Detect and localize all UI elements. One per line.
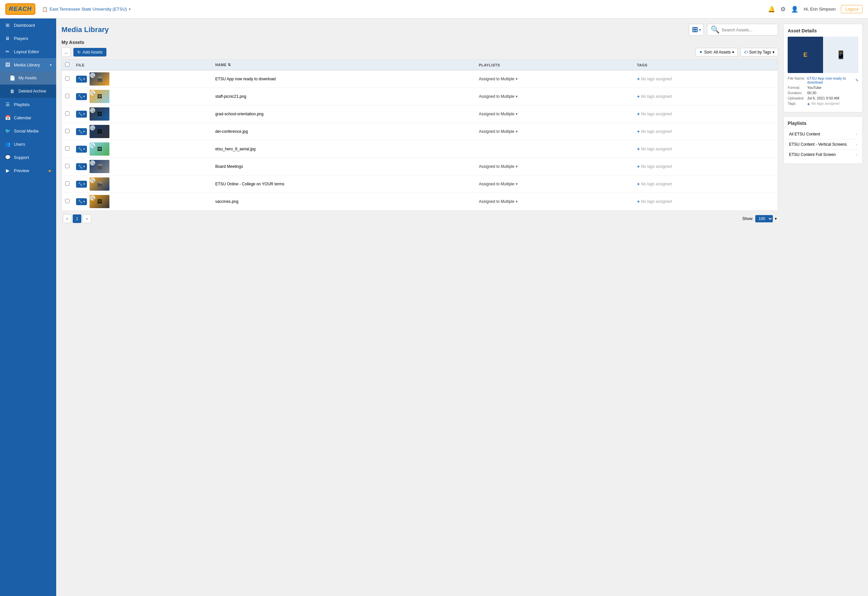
playlist-item-all-etsu[interactable]: All ETSU Content ›: [788, 129, 858, 139]
playlist-label-vertical: ETSU Content - Vertical Screens: [789, 142, 847, 147]
prev-page-button[interactable]: ‹: [63, 214, 71, 223]
add-tag-btn-7[interactable]: +: [637, 199, 640, 204]
asset-action-button-0[interactable]: 🔧 ▾: [76, 76, 87, 83]
add-tag-btn-4[interactable]: +: [637, 146, 640, 152]
row-checkbox-0[interactable]: [65, 76, 69, 81]
playlist-item-fullscreen[interactable]: ETSU Content Full Screen ›: [788, 150, 858, 159]
sidebar-item-users[interactable]: 👥 Users: [0, 137, 56, 150]
filter-label: Sort: All Assets: [704, 50, 730, 55]
playlist-dropdown-icon-7[interactable]: ▾: [516, 199, 518, 204]
add-tag-btn-6[interactable]: +: [637, 181, 640, 187]
playlist-dropdown-icon-2[interactable]: ▾: [516, 112, 518, 116]
table-row: 🔧 ▾ 🎬 🔍 ETSU App now ready to download A…: [62, 70, 778, 88]
playlist-dropdown-icon-0[interactable]: ▾: [516, 77, 518, 81]
filename-link[interactable]: ETSU App now ready to download ✎: [807, 76, 858, 84]
playlist-dropdown-icon-3[interactable]: ▾: [516, 129, 518, 134]
row-checkbox-5[interactable]: [65, 164, 69, 168]
add-tag-btn-1[interactable]: +: [637, 94, 640, 99]
playlist-cell-5: Assigned to Multiple ▾: [479, 164, 630, 169]
add-tag-btn-0[interactable]: +: [637, 76, 640, 82]
row-checkbox-2[interactable]: [65, 111, 69, 116]
asset-action-button-3[interactable]: 🔧 ▾: [76, 128, 87, 135]
playlist-cell-0: Assigned to Multiple ▾: [479, 77, 630, 81]
sidebar-item-social-media[interactable]: 🐦 Social Media: [0, 124, 56, 137]
settings-icon[interactable]: ⚙: [781, 6, 786, 13]
add-tag-button[interactable]: +: [807, 102, 810, 107]
tag-value-3: No tags assigned: [641, 129, 672, 134]
sidebar-item-preview[interactable]: ▶ Preview ▶: [0, 164, 56, 177]
playlists-card: Playlists All ETSU Content › ETSU Conten…: [784, 116, 863, 164]
org-selector[interactable]: 📋 East Tennessee State University (ETSU)…: [42, 7, 130, 12]
row-checkbox-6[interactable]: [65, 181, 69, 186]
row-name-cell-3: dei-conference.jpg: [212, 123, 476, 140]
asset-action-button-1[interactable]: 🔧 ▾: [76, 93, 87, 100]
page-title: Media Library: [62, 25, 109, 34]
sidebar-item-dashboard[interactable]: ⊞ Dashboard: [0, 19, 56, 32]
select-all-checkbox[interactable]: [65, 62, 69, 67]
thumb-search-icon-5: 🔍: [90, 160, 95, 165]
asset-action-button-6[interactable]: 🔧 ▾: [76, 181, 87, 188]
add-tag-btn-5[interactable]: +: [637, 164, 640, 169]
table-row: 🔧 ▾ 🖼 🔍 grad-school-orientation.png Assi…: [62, 105, 778, 123]
sidebar-item-deleted-archive[interactable]: 🗑 Deleted Archive: [0, 84, 56, 98]
sort-all-assets-button[interactable]: ▼ Sort: All Assets ▾: [695, 48, 738, 56]
more-options-button[interactable]: ...: [62, 47, 71, 57]
logo: REACH: [5, 3, 35, 15]
add-assets-button[interactable]: ↻ Add Assets: [73, 48, 106, 56]
row-checkbox-7[interactable]: [65, 199, 69, 203]
asset-action-button-4[interactable]: 🔧 ▾: [76, 146, 87, 153]
edit-icon: ✎: [855, 78, 858, 83]
logout-button[interactable]: Logout: [841, 5, 863, 13]
asset-name-4: etsu_hero_8_aerial.jpg: [215, 147, 256, 151]
sidebar-item-media-library[interactable]: 🖼 Media Library ▾: [0, 58, 56, 71]
sidebar-item-players[interactable]: 🖥 Players: [0, 32, 56, 45]
row-name-cell-1: staff-picnic21.png: [212, 88, 476, 105]
row-checkbox-1[interactable]: [65, 94, 69, 98]
playlist-dropdown-icon-5[interactable]: ▾: [516, 164, 518, 169]
row-playlist-cell-0: Assigned to Multiple ▾: [476, 70, 634, 88]
thumb-search-icon-7: 🔍: [90, 195, 95, 201]
wrench-icon-6: 🔧: [78, 182, 83, 186]
notification-icon[interactable]: 🔔: [768, 6, 775, 13]
main-layout: ⊞ Dashboard 🖥 Players ✏ Layout Editor 🖼 …: [0, 19, 868, 596]
user-icon[interactable]: 👤: [791, 6, 798, 13]
dashboard-icon: ⊞: [4, 22, 10, 28]
media-library-chevron-icon: ▾: [50, 63, 52, 67]
page-1-button[interactable]: 1: [73, 214, 81, 223]
thumb-search-icon-4: 🔍: [90, 143, 95, 148]
sort-by-tags-button[interactable]: 🏷 Sort by Tags ▾: [741, 48, 778, 56]
row-checkbox-3[interactable]: [65, 129, 69, 133]
detail-duration-row: Duration: 00:30: [788, 91, 858, 95]
tag-value-2: No tags assigned: [641, 112, 672, 116]
add-tag-btn-3[interactable]: +: [637, 129, 640, 134]
toolbar-row: ... ↻ Add Assets ▼ Sort: All Assets ▾ 🏷 …: [62, 47, 778, 57]
sidebar-item-calendar[interactable]: 📅 Calendar: [0, 111, 56, 124]
next-page-button[interactable]: ›: [83, 214, 91, 223]
sidebar-item-my-assets[interactable]: 📄 My Assets: [0, 71, 56, 84]
sidebar-label-dashboard: Dashboard: [14, 23, 52, 28]
table-row: 🔧 ▾ 🖼 🔍 staff-picnic21.png Assigned to M…: [62, 88, 778, 105]
asset-action-button-7[interactable]: 🔧 ▾: [76, 198, 87, 205]
sidebar-label-support: Support: [14, 155, 52, 160]
wrench-icon-0: 🔧: [78, 77, 83, 81]
file-cell-0: 🔧 ▾ 🎬 🔍: [76, 72, 208, 86]
view-toggle-button[interactable]: ⊞ ▾: [689, 24, 704, 36]
sidebar-item-support[interactable]: 💬 Support: [0, 150, 56, 164]
row-checkbox-4[interactable]: [65, 146, 69, 150]
asset-action-button-2[interactable]: 🔧 ▾: [76, 111, 87, 118]
playlist-item-vertical[interactable]: ETSU Content - Vertical Screens ›: [788, 139, 858, 150]
thumb-wrapper-4: 🖼 🔍: [90, 142, 109, 156]
sidebar-label-deleted-archive: Deleted Archive: [19, 89, 52, 93]
show-count-select[interactable]: 100 50 25: [755, 215, 773, 222]
sidebar-item-playlists[interactable]: ☰ Playlists: [0, 98, 56, 111]
playlist-dropdown-icon-1[interactable]: ▾: [516, 94, 518, 99]
sidebar-item-layout-editor[interactable]: ✏ Layout Editor: [0, 45, 56, 58]
search-input[interactable]: [722, 27, 775, 32]
asset-action-button-5[interactable]: 🔧 ▾: [76, 163, 87, 170]
tag-cell-3: + No tags assigned: [637, 129, 775, 134]
playlist-dropdown-icon-6[interactable]: ▾: [516, 182, 518, 186]
add-tag-btn-2[interactable]: +: [637, 111, 640, 117]
playlist-value-0: Assigned to Multiple: [479, 77, 514, 81]
action-chevron-1: ▾: [83, 95, 85, 98]
deleted-archive-icon: 🗑: [9, 89, 15, 94]
